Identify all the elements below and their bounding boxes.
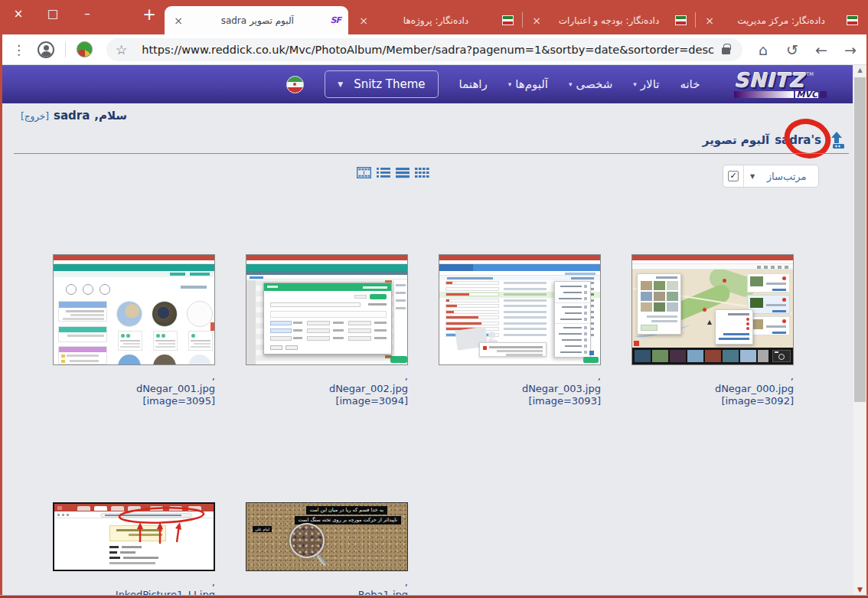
album-filename-link[interactable]: InkedPicture1_LI.jpg: [53, 589, 215, 595]
album-image-id: [image=3094]: [246, 395, 408, 407]
brand-square: [820, 91, 827, 98]
tab-close-icon[interactable]: ×: [357, 15, 370, 27]
snitz-logo[interactable]: SNITZ TM MVC: [734, 70, 827, 98]
album-thumbnail-dnegar-003[interactable]: [439, 254, 601, 365]
theme-select-value: Snitz Theme: [354, 77, 425, 91]
album-image-id: [image=3095]: [53, 395, 215, 407]
nav-label: شخصی: [576, 77, 613, 91]
window-border-bottom: [0, 595, 868, 598]
nav-item-help[interactable]: راهنما: [459, 77, 488, 91]
caption-separator: ,: [631, 371, 794, 383]
filmstrip-view-icon[interactable]: [357, 167, 371, 178]
tab-dadehnegar-admin[interactable]: × داده‌نگار: مرکز مدیریت: [696, 6, 866, 34]
nav-item-forum[interactable]: تالار ▾: [633, 77, 659, 91]
window-close-button[interactable]: ×: [11, 5, 26, 22]
nav-label: تالار: [641, 77, 660, 91]
upload-icon[interactable]: [827, 131, 847, 149]
caption-separator: ,: [53, 371, 215, 383]
tab-dadehnegar-projects[interactable]: × داده‌نگار: پروژه‌ها: [350, 6, 521, 34]
browser-window: × □ – + × آلبوم تصویر sadra SF × داده‌نگ…: [0, 0, 868, 598]
tab-title: داده‌نگار: بودجه و اعتبارات: [549, 15, 669, 26]
logout-link[interactable]: [خروج]: [21, 111, 49, 122]
dadehnegar-favicon-icon: [675, 15, 687, 25]
profile-avatar-icon[interactable]: [38, 41, 54, 58]
grid-view-icon[interactable]: [415, 167, 429, 178]
nav-item-home[interactable]: خانه: [680, 77, 700, 91]
home-button[interactable]: ⌂: [755, 41, 772, 58]
nav-item-albums[interactable]: آلبوم‌ها ▾: [508, 77, 548, 91]
nav-label: خانه: [680, 77, 700, 91]
album-thumbnail-dnegar-001[interactable]: [53, 254, 215, 365]
window-border-left: [0, 34, 2, 595]
magnifier-icon: [289, 523, 325, 558]
toolbar-divider: [65, 42, 66, 57]
album-filename-link[interactable]: dNegar_002.jpg: [246, 383, 408, 395]
scrollbar-thumb[interactable]: [854, 77, 866, 402]
nav-label: راهنما: [459, 77, 488, 91]
album-item: , dNegar_000.jpg [image=3092]: [616, 254, 809, 407]
greeting: سلام, sadra [خروج]: [21, 109, 127, 123]
album-filename-link[interactable]: dNegar_000.jpg: [631, 383, 794, 395]
caption-separator: ,: [439, 371, 601, 383]
tab-bar: × □ – + × آلبوم تصویر sadra SF × داده‌نگ…: [0, 0, 868, 34]
tab-close-icon[interactable]: ×: [530, 15, 543, 27]
tab-title: داده‌نگار: پروژه‌ها: [376, 15, 496, 26]
album-filename-link[interactable]: dNegar_001.jpg: [53, 383, 215, 395]
brand-gradient-bar: [734, 91, 794, 98]
album-thumbnail-reba[interactable]: به خدا قسم که ریا در میان این امت ناپیدا…: [246, 502, 408, 571]
theme-select[interactable]: Snitz Theme ▼: [325, 70, 438, 98]
nav-item-personal[interactable]: شخصی ▾: [569, 77, 612, 91]
page-content: سلام, sadra [خروج] sadra's آلبوم تصویر: [2, 103, 853, 595]
address-bar[interactable]: ☆ https://www.reddick.co.uk/Mvc/PhotoAlb…: [106, 38, 742, 61]
back-button[interactable]: ←: [813, 41, 830, 58]
new-tab-button[interactable]: +: [140, 5, 158, 24]
brand-name: SNITZ: [734, 70, 804, 90]
album-thumbnail-inkedpicture[interactable]: [53, 502, 215, 571]
album-thumbnail-dnegar-002[interactable]: [246, 254, 408, 365]
red-ink-annotation: [54, 504, 212, 570]
scroll-up-icon[interactable]: ▲: [853, 67, 866, 74]
chevron-down-icon: ▾: [633, 80, 637, 88]
album-item: , dNegar_002.jpg [image=3094]: [230, 254, 423, 407]
reload-button[interactable]: ↺: [784, 41, 801, 58]
album-image-id: [image=3093]: [439, 395, 601, 407]
bookmark-star-icon[interactable]: ☆: [116, 42, 127, 57]
browser-menu-icon[interactable]: ⋮: [12, 42, 25, 57]
url-text[interactable]: https://www.reddick.co.uk/Mvc/PhotoAlbum…: [142, 44, 714, 56]
album-thumbnail-dnegar-000[interactable]: [631, 254, 794, 365]
chevron-down-icon: ▼: [338, 80, 343, 88]
window-minimize-button[interactable]: –: [80, 5, 95, 22]
forward-button[interactable]: →: [842, 41, 859, 58]
chevron-down-icon: ▾: [508, 80, 512, 88]
sort-dropdown[interactable]: مرتب‌ساز ▼ ✓: [723, 165, 819, 188]
scroll-down-icon[interactable]: ▼: [853, 586, 866, 593]
tab-photo-album[interactable]: × آلبوم تصویر sadra SF: [165, 6, 348, 34]
view-toggle-group: [357, 167, 429, 178]
album-filename-link[interactable]: dNegar_003.jpg: [439, 383, 601, 395]
nav-label: آلبوم‌ها: [515, 77, 548, 91]
tab-title: داده‌نگار: مرکز مدیریت: [722, 15, 840, 26]
album-item: , dNegar_003.jpg [image=3093]: [423, 254, 616, 407]
reba-quote-line1: به خدا قسم که ریا در میان این امت: [306, 506, 387, 515]
tab-close-icon[interactable]: ×: [172, 15, 184, 27]
reba-quote-signature: امام علی: [253, 526, 272, 532]
page-title: sadra's آلبوم تصویر: [703, 131, 847, 149]
album-grid: , dNegar_001.jpg [image=3095]: [38, 254, 809, 595]
iran-flag-icon[interactable]: [286, 76, 304, 93]
greeting-hello: سلام,: [94, 109, 127, 123]
tab-close-icon[interactable]: ×: [703, 15, 716, 27]
list-view-icon[interactable]: [396, 167, 410, 178]
sort-checkbox-segment: ✓: [723, 165, 744, 187]
sort-checkbox[interactable]: ✓: [728, 171, 739, 181]
vertical-scrollbar[interactable]: ▲ ▼: [853, 65, 866, 595]
caption-separator: ,: [246, 577, 408, 589]
idm-extension-icon[interactable]: [77, 41, 93, 57]
tab-title: آلبوم تصویر sadra: [191, 15, 325, 26]
tab-dadehnegar-budget[interactable]: × داده‌نگار: بودجه و اعتبارات: [523, 6, 694, 34]
window-maximize-button[interactable]: □: [45, 5, 60, 22]
album-filename-link[interactable]: Reba1.jpg: [246, 589, 408, 595]
sort-label: مرتب‌ساز: [755, 171, 818, 182]
chevron-down-icon: ▼: [750, 173, 755, 180]
https-lock-icon[interactable]: [722, 47, 730, 54]
list-bullet-view-icon[interactable]: [377, 167, 390, 178]
